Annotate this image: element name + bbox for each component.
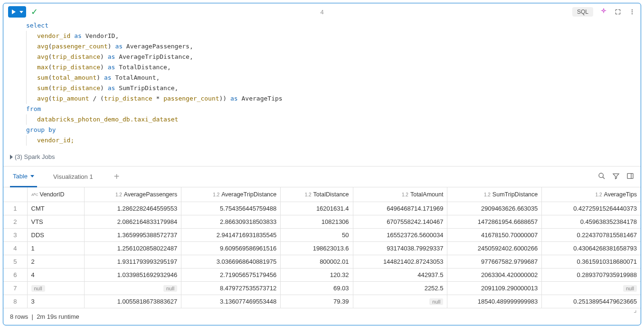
null-pill: null [623, 285, 637, 292]
panel-icon[interactable] [626, 172, 634, 181]
row-number: 6 [3, 268, 27, 282]
number-type-icon: 1.2 [305, 192, 312, 197]
cell: 1.9311793993295197 [85, 255, 181, 268]
kebab-menu-icon[interactable] [628, 8, 636, 16]
null-pill: null [163, 285, 177, 292]
row-number: 5 [3, 255, 27, 268]
cell: 442937.5 [353, 268, 447, 282]
cell: 3.0366968640881975 [181, 255, 281, 268]
cell: 198623013.6 [281, 242, 353, 255]
fullscreen-icon[interactable] [614, 8, 622, 16]
cell: 1.2862282464559553 [85, 202, 181, 215]
cell: 1 [27, 242, 85, 255]
status-bar: 8 rows | 2m 19s runtime ⌟ [3, 308, 641, 325]
cell: 2.0862164833179984 [85, 215, 181, 229]
resize-handle-icon[interactable]: ⌟ [634, 306, 637, 314]
cell: null [542, 282, 641, 295]
cell: 2063304.420000002 [447, 268, 542, 282]
cell: 0.3615910318680071 [542, 255, 641, 268]
cell: 69.03 [281, 282, 353, 295]
cell: null [353, 295, 447, 308]
svg-point-3 [599, 173, 603, 177]
null-pill: null [31, 285, 45, 292]
number-type-icon: 1.2 [402, 192, 408, 197]
cell: 93174038.79929337 [353, 242, 447, 255]
svg-point-1 [632, 11, 633, 12]
cell: null [27, 282, 85, 295]
cell: 165523726.5600034 [353, 229, 447, 242]
spark-jobs-toggle[interactable]: (3) Spark Jobs [3, 150, 641, 163]
filter-icon[interactable] [612, 172, 620, 181]
cell: 6496468714.171969 [353, 202, 447, 215]
row-number: 3 [3, 229, 27, 242]
cell: VTS [27, 215, 85, 229]
header-averagepassengers[interactable]: 1.2AveragePassengers [85, 187, 181, 202]
cell-toolbar: ✓ 4 SQL [3, 3, 641, 20]
run-button[interactable] [8, 6, 26, 18]
row-number: 4 [3, 242, 27, 255]
header-sumtripdistance[interactable]: 1.2SumTripDistance [447, 187, 542, 202]
result-table: ABCVendorID 1.2AveragePassengers 1.2Aver… [3, 187, 641, 308]
table-row[interactable]: 831.00558186738836273.13607746955344879.… [3, 295, 641, 308]
table-row[interactable]: 7nullnull8.47972753557371269.032252.5209… [3, 282, 641, 295]
cell: 1.3659995388572737 [85, 229, 181, 242]
cell: 0.2243707815581467 [542, 229, 641, 242]
svg-point-2 [632, 13, 633, 14]
chevron-down-icon [19, 11, 23, 13]
cell: 120.32 [281, 268, 353, 282]
cell: 6707558242.140467 [353, 215, 447, 229]
cell: 2091109.290000013 [447, 282, 542, 295]
cell: 2450592402.6000266 [447, 242, 542, 255]
chevron-down-icon [30, 175, 34, 177]
add-tab-button[interactable]: + [114, 171, 120, 182]
cell: 1.0055818673883627 [85, 295, 181, 308]
cell: 79.39 [281, 295, 353, 308]
cell: 0.42725915264440373 [542, 202, 641, 215]
svg-text:C: C [36, 193, 38, 197]
notebook-cell: ✓ 4 SQL select vendor_id as VendorID, av… [3, 3, 641, 325]
svg-rect-4 [627, 174, 633, 179]
header-averagetips[interactable]: 1.2AverageTips [542, 187, 641, 202]
row-number: 8 [3, 295, 27, 308]
language-pill[interactable]: SQL [572, 7, 593, 17]
assistant-sparkle-icon[interactable] [600, 8, 607, 16]
cell: 2.9414716931835545 [181, 229, 281, 242]
cell: 50 [281, 229, 353, 242]
table-row[interactable]: 641.03398516929329462.719056575179456120… [3, 268, 641, 282]
header-rownum [3, 187, 27, 202]
cell: 18540.489999999983 [447, 295, 542, 308]
success-check-icon: ✓ [31, 7, 38, 17]
tab-visualization-1[interactable]: Visualization 1 [50, 166, 96, 187]
table-row[interactable]: 2VTS2.08621648331799842.8663093185038331… [3, 215, 641, 229]
search-icon[interactable] [598, 172, 606, 181]
cell: 1472861954.6688657 [447, 215, 542, 229]
cell: DDS [27, 229, 85, 242]
cell: 1.2561020858022487 [85, 242, 181, 255]
table-row[interactable]: 1CMT1.28622824645595535.7543564457594881… [3, 202, 641, 215]
play-icon [12, 9, 16, 14]
number-type-icon: 1.2 [484, 192, 491, 197]
table-row[interactable]: 411.25610208580224879.609569586961516198… [3, 242, 641, 255]
cell: 41678150.70000007 [447, 229, 542, 242]
code-editor[interactable]: select vendor_id as VendorID, avg(passen… [3, 20, 641, 150]
cell: 2909463626.663035 [447, 202, 542, 215]
cell: 0.43064268381658793 [542, 242, 641, 255]
cell-number: 4 [320, 9, 323, 16]
row-number: 7 [3, 282, 27, 295]
cell: 2252.5 [353, 282, 447, 295]
table-row[interactable]: 521.93117939932951973.036696864088197580… [3, 255, 641, 268]
expand-arrow-icon [10, 155, 13, 159]
cell: 977667582.9799687 [447, 255, 542, 268]
number-type-icon: 1.2 [115, 192, 122, 197]
header-vendorid[interactable]: ABCVendorID [27, 187, 85, 202]
cell: 5.754356445759488 [181, 202, 281, 215]
number-type-icon: 1.2 [213, 192, 219, 197]
null-pill: null [429, 298, 443, 305]
header-totalamount[interactable]: 1.2TotalAmount [353, 187, 447, 202]
cell: null [85, 282, 181, 295]
table-row[interactable]: 3DDS1.36599953885727372.9414716931835545… [3, 229, 641, 242]
cell: 2.719056575179456 [181, 268, 281, 282]
header-totaldistance[interactable]: 1.2TotalDistance [281, 187, 353, 202]
header-averagetripdistance[interactable]: 1.2AverageTripDistance [181, 187, 281, 202]
tab-table[interactable]: Table [10, 166, 37, 187]
